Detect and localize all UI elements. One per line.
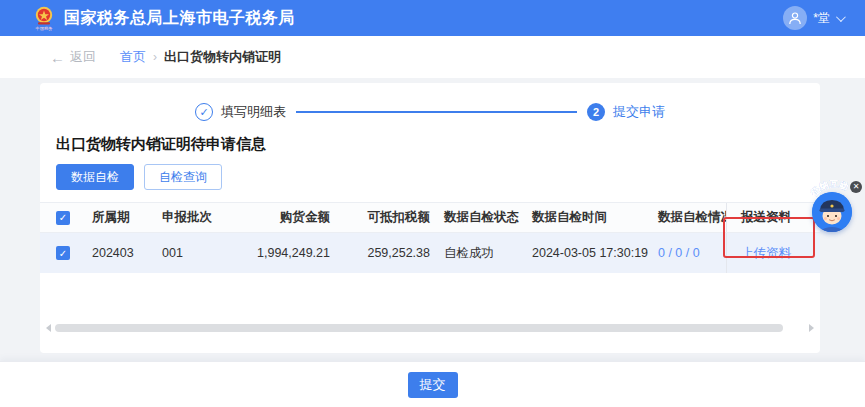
action-button-row: 数据自检 自检查询 (56, 164, 820, 190)
check-detail-link[interactable]: 0 / 0 / 0 (658, 246, 700, 260)
page-background: ✓ 填写明细表 2 提交申请 出口货物转内销证明待申请信息 数据自检 自检查询 … (0, 78, 865, 361)
cell-deductible-tax: 259,252.38 (332, 246, 432, 260)
national-emblem-icon (34, 6, 54, 26)
step2-label: 提交申请 (613, 103, 665, 121)
back-arrow-icon: ← (50, 49, 65, 66)
data-check-button[interactable]: 数据自检 (56, 164, 134, 190)
scrollbar-track[interactable] (55, 324, 805, 332)
scroll-right-arrow-icon[interactable] (809, 324, 814, 332)
select-all-checkbox[interactable]: ✓ (56, 211, 70, 225)
horizontal-scrollbar (40, 321, 820, 335)
app-header: 中国税务 国家税务总局上海市电子税务局 *堂 (0, 0, 865, 36)
col-header-period: 所属期 (88, 209, 158, 226)
col-header-deductible-tax: 可抵扣税额 (332, 209, 432, 226)
submit-button[interactable]: 提交 (408, 372, 458, 398)
breadcrumb-current: 出口货物转内销证明 (164, 48, 281, 66)
table-row: ✓ 202403 001 1,994,249.21 259,252.38 自检成… (40, 233, 820, 273)
step1-label: 填写明细表 (221, 103, 286, 121)
back-label: 返回 (70, 48, 96, 66)
col-header-check-detail: 数据自检情况i (654, 209, 726, 226)
col-header-purchase-amount: 购货金额 (236, 209, 332, 226)
row-checkbox[interactable]: ✓ (56, 246, 70, 260)
scrollbar-thumb[interactable] (55, 324, 783, 332)
cell-check-status: 自检成功 (432, 245, 528, 262)
user-name: *堂 (813, 10, 830, 27)
cell-check-time: 2024-03-05 17:30:19 (528, 246, 654, 260)
breadcrumb-home[interactable]: 首页 (120, 48, 146, 66)
table-header-row: ✓ 所属期 申报批次 购货金额 可抵扣税额 数据自检状态 数据自检时间 数据自检… (40, 202, 820, 233)
cell-batch: 001 (158, 246, 236, 260)
tax-emblem-logo: 中国税务 (34, 6, 54, 31)
mascot-close-icon[interactable]: ✕ (850, 181, 862, 193)
steps-bar: ✓ 填写明细表 2 提交申请 (195, 83, 665, 121)
content-card: ✓ 填写明细表 2 提交申请 出口货物转内销证明待申请信息 数据自检 自检查询 … (40, 83, 820, 353)
footer-bar: 提交 (0, 361, 865, 407)
cell-period: 202403 (88, 246, 158, 260)
chevron-down-icon[interactable] (836, 12, 846, 22)
user-menu[interactable]: *堂 (783, 0, 843, 36)
breadcrumb: ← 返回 首页 › 出口货物转内销证明 (0, 36, 865, 78)
upload-link[interactable]: 上传资料 (741, 245, 791, 262)
logo-caption: 中国税务 (36, 25, 53, 30)
step1-done-icon: ✓ (195, 103, 213, 121)
col-header-check-time: 数据自检时间 (528, 209, 654, 226)
breadcrumb-separator-icon: › (153, 50, 157, 64)
assistant-mascot[interactable]: 征纳互动 ✕ (806, 178, 865, 238)
cell-purchase-amount: 1,994,249.21 (236, 246, 332, 260)
back-button[interactable]: ← 返回 (50, 48, 96, 66)
mascot-avatar-icon[interactable] (812, 192, 852, 232)
scroll-left-arrow-icon[interactable] (46, 324, 51, 332)
application-table: ✓ 所属期 申报批次 购货金额 可抵扣税额 数据自检状态 数据自检时间 数据自检… (40, 202, 820, 273)
step-connector-line (296, 111, 577, 113)
col-header-batch: 申报批次 (158, 209, 236, 226)
app-title: 国家税务总局上海市电子税务局 (64, 8, 295, 29)
col-header-check-status: 数据自检状态 (432, 209, 528, 226)
user-avatar-icon[interactable] (783, 6, 807, 30)
check-query-button[interactable]: 自检查询 (144, 164, 222, 190)
step2-number-badge: 2 (587, 103, 605, 121)
section-title: 出口货物转内销证明待申请信息 (56, 135, 820, 154)
